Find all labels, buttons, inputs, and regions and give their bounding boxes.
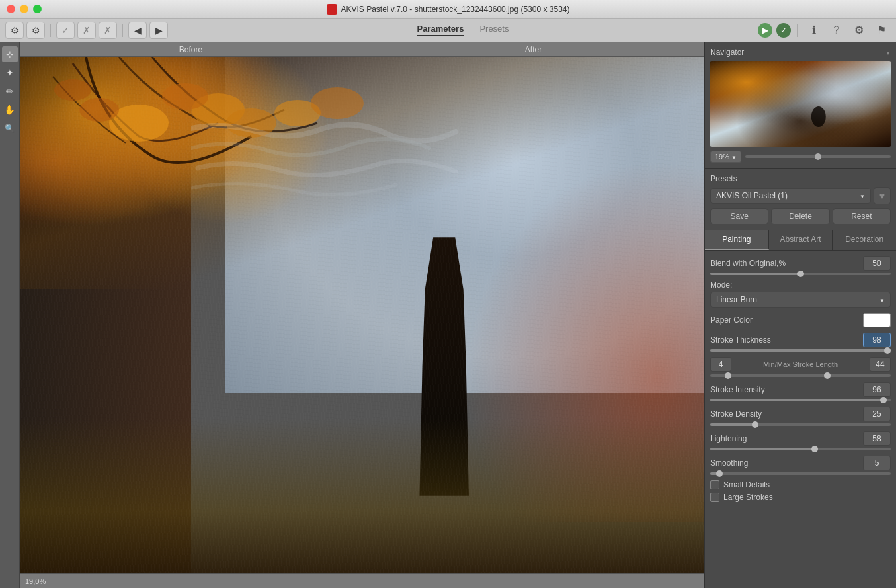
preset-name: AKVIS Oil Pastel (1) bbox=[716, 191, 788, 200]
svg-rect-9 bbox=[710, 61, 891, 147]
stroke-density-slider[interactable] bbox=[710, 423, 891, 426]
title-bar: AKVIS Pastel v.7.0 - shutterstock_123244… bbox=[0, 0, 896, 19]
zoom-percent-button[interactable]: 19% bbox=[710, 151, 741, 163]
stroke-density-param: Stroke Density 25 bbox=[710, 407, 891, 426]
stroke-intensity-handle[interactable] bbox=[880, 397, 887, 403]
stroke-thickness-handle[interactable] bbox=[884, 347, 891, 354]
blend-original-handle[interactable] bbox=[797, 271, 804, 277]
cancel2-button[interactable]: ✗ bbox=[99, 22, 117, 39]
stroke-length-label: Min/Max Stroke Length bbox=[735, 360, 866, 368]
paper-color-swatch[interactable] bbox=[863, 313, 891, 327]
stroke-thickness-fill bbox=[710, 349, 887, 352]
large-strokes-checkbox[interactable] bbox=[710, 493, 719, 502]
stroke-length-param: 4 Min/Max Stroke Length 44 bbox=[710, 357, 891, 377]
tab-abstract-art[interactable]: Abstract Art bbox=[769, 230, 833, 250]
play-button[interactable]: ▶ bbox=[758, 23, 772, 38]
preferences-button[interactable]: ⚙ bbox=[850, 22, 868, 39]
painting-tabs: Painting Abstract Art Decoration bbox=[705, 230, 896, 251]
app-icon bbox=[327, 4, 337, 15]
small-details-label: Small Details bbox=[723, 480, 770, 489]
navigator-title: Navigator bbox=[710, 48, 744, 57]
presets-header: Presets bbox=[710, 174, 891, 183]
stroke-thickness-value[interactable]: 98 bbox=[863, 333, 891, 347]
brush-tool-button[interactable]: ✦ bbox=[2, 65, 18, 81]
lightening-param: Lightening 58 bbox=[710, 431, 891, 450]
zoom-slider[interactable] bbox=[745, 155, 891, 158]
preset-buttons: Save Delete Reset bbox=[710, 208, 891, 224]
lightening-slider[interactable] bbox=[710, 448, 891, 450]
small-details-checkbox[interactable] bbox=[710, 480, 719, 489]
toolbar-separator3 bbox=[797, 24, 798, 37]
smoothing-label: Smoothing bbox=[710, 458, 748, 468]
zoom-chevron-icon bbox=[731, 153, 737, 161]
smoothing-handle[interactable] bbox=[716, 470, 723, 477]
blend-original-label: Blend with Original,% bbox=[710, 259, 786, 268]
close-button[interactable] bbox=[7, 5, 15, 13]
preset-dropdown[interactable]: AKVIS Oil Pastel (1) bbox=[710, 188, 871, 204]
leaves-layer bbox=[20, 57, 396, 315]
stroke-intensity-value[interactable]: 96 bbox=[863, 382, 891, 397]
zoom-slider-handle[interactable] bbox=[815, 153, 821, 160]
smoothing-slider[interactable] bbox=[710, 472, 891, 475]
stroke-intensity-slider[interactable] bbox=[710, 399, 891, 401]
cancel-button[interactable]: ✗ bbox=[77, 22, 96, 39]
zoom-value: 19% bbox=[715, 153, 729, 161]
stroke-length-max-handle[interactable] bbox=[824, 372, 831, 379]
navigator-thumbnail bbox=[710, 61, 891, 147]
info-button[interactable]: ℹ bbox=[805, 22, 823, 39]
paper-color-label: Paper Color bbox=[710, 315, 753, 325]
ground-layer bbox=[20, 419, 704, 573]
preset-row: AKVIS Oil Pastel (1) ♥ bbox=[710, 187, 891, 204]
svg-point-10 bbox=[811, 106, 826, 127]
reset-preset-button[interactable]: Reset bbox=[833, 208, 891, 224]
delete-preset-button[interactable]: Delete bbox=[771, 208, 829, 224]
settings2-button[interactable]: ⚙ bbox=[26, 22, 45, 39]
navigator-chevron[interactable] bbox=[885, 49, 891, 56]
parameters-tab[interactable]: Parameters bbox=[417, 24, 464, 36]
preset-heart-button[interactable]: ♥ bbox=[874, 187, 891, 204]
forward-button[interactable]: ▶ bbox=[149, 22, 168, 39]
confirm-button[interactable]: ✓ bbox=[56, 22, 75, 39]
zoom-tool-button[interactable]: 🔍 bbox=[2, 120, 18, 136]
stroke-length-slider[interactable] bbox=[710, 374, 891, 377]
stroke-length-min-handle[interactable] bbox=[725, 372, 731, 379]
select-tool-button[interactable]: ⊹ bbox=[2, 46, 18, 62]
help-button[interactable]: ? bbox=[827, 22, 846, 39]
blend-original-value[interactable]: 50 bbox=[863, 256, 891, 271]
presets-tab[interactable]: Presets bbox=[479, 24, 509, 36]
hand-tool-button[interactable]: ✋ bbox=[2, 102, 18, 118]
after-label: After bbox=[362, 42, 704, 56]
large-strokes-row: Large Strokes bbox=[710, 493, 891, 502]
stroke-intensity-param: Stroke Intensity 96 bbox=[710, 382, 891, 401]
presets-title: Presets bbox=[710, 174, 737, 183]
mode-value: Linear Burn bbox=[716, 295, 757, 304]
nav-thumb-svg bbox=[710, 61, 891, 147]
stroke-density-handle[interactable] bbox=[752, 421, 758, 428]
stroke-length-max-value[interactable]: 44 bbox=[870, 357, 891, 372]
toolbar-right: ▶ ✓ ℹ ? ⚙ ⚑ bbox=[758, 22, 891, 39]
stroke-length-min-value[interactable]: 4 bbox=[710, 357, 731, 372]
blend-original-slider[interactable] bbox=[710, 273, 891, 275]
pencil-tool-button[interactable]: ✏ bbox=[2, 83, 18, 99]
stroke-density-value[interactable]: 25 bbox=[863, 407, 891, 421]
accept-button[interactable]: ✓ bbox=[776, 23, 791, 38]
lightening-handle[interactable] bbox=[811, 446, 818, 452]
back-button[interactable]: ◀ bbox=[128, 22, 147, 39]
toolbar-separator2 bbox=[122, 24, 123, 37]
tab-painting[interactable]: Painting bbox=[705, 230, 769, 250]
lightening-value[interactable]: 58 bbox=[863, 431, 891, 446]
canvas-container[interactable] bbox=[20, 57, 704, 573]
flag-button[interactable]: ⚑ bbox=[872, 22, 891, 39]
maximize-button[interactable] bbox=[33, 5, 42, 13]
right-panel: Navigator bbox=[704, 42, 896, 588]
minimize-button[interactable] bbox=[20, 5, 28, 13]
blend-original-param: Blend with Original,% 50 bbox=[710, 256, 891, 275]
mode-dropdown[interactable]: Linear Burn bbox=[710, 292, 891, 308]
presets-section: Presets AKVIS Oil Pastel (1) ♥ Save Dele… bbox=[705, 169, 896, 230]
save-preset-button[interactable]: Save bbox=[710, 208, 768, 224]
smoothing-value[interactable]: 5 bbox=[863, 456, 891, 470]
tab-decoration[interactable]: Decoration bbox=[833, 230, 896, 250]
stroke-thickness-slider[interactable] bbox=[710, 349, 891, 352]
settings-button[interactable]: ⚙ bbox=[5, 22, 24, 39]
mode-label: Mode: bbox=[710, 280, 732, 290]
